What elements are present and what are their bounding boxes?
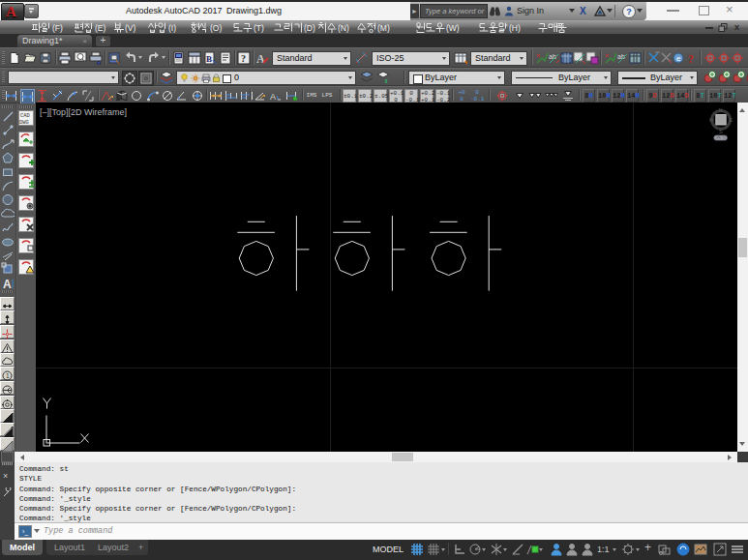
svg-text:1: 1 bbox=[6, 372, 10, 379]
svg-text:S: S bbox=[719, 129, 723, 134]
svg-text:A: A bbox=[3, 278, 12, 290]
svg-text:W: W bbox=[709, 117, 715, 123]
svg-text:DWG: DWG bbox=[19, 119, 29, 126]
svg-text:?: ? bbox=[241, 53, 246, 64]
svg-text:B: B bbox=[206, 54, 212, 64]
svg-text:N: N bbox=[719, 107, 723, 113]
svg-text:CAD: CAD bbox=[20, 112, 31, 119]
svg-text:ab: ab bbox=[617, 53, 625, 60]
svg-text:ab: ab bbox=[549, 53, 556, 60]
svg-text:E: E bbox=[730, 117, 733, 123]
svg-text:A: A bbox=[270, 92, 276, 102]
svg-text:?: ? bbox=[688, 52, 694, 65]
svg-text:e: e bbox=[676, 54, 681, 63]
